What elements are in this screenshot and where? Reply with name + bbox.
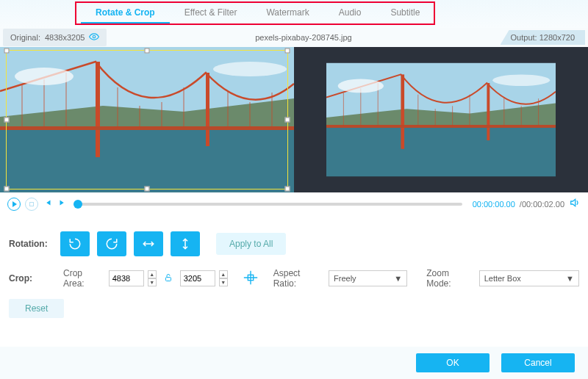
time-current: 00:00:00.00 xyxy=(473,200,515,209)
ok-button[interactable]: OK xyxy=(416,353,490,372)
crop-width-up[interactable]: ▲ xyxy=(148,270,157,278)
aspect-ratio-select[interactable]: Freely ▼ xyxy=(329,270,407,286)
crop-rectangle[interactable] xyxy=(6,50,288,190)
svg-rect-35 xyxy=(165,277,171,281)
crop-width-input[interactable] xyxy=(109,270,144,286)
prev-frame-button[interactable] xyxy=(43,198,53,210)
timeline-controls: 00:00:00.00 /00:00:02.00 xyxy=(0,192,588,215)
header-bar: Original: 4838x3205 pexels-pixabay-20874… xyxy=(0,28,588,47)
zoom-mode-label: Zoom Mode: xyxy=(426,268,474,289)
chevron-down-icon: ▼ xyxy=(394,274,402,283)
crop-handle-sw[interactable] xyxy=(4,187,10,192)
crop-height-input[interactable] xyxy=(180,270,215,286)
flip-vertical-button[interactable] xyxy=(171,231,200,256)
svg-point-34 xyxy=(492,74,550,86)
eye-icon[interactable] xyxy=(89,32,99,43)
crop-height-up[interactable]: ▲ xyxy=(219,270,228,278)
original-label: Original: xyxy=(10,33,40,42)
crop-handle-s[interactable] xyxy=(145,187,150,192)
rotate-right-button[interactable] xyxy=(97,231,126,256)
time-duration: /00:00:02.00 xyxy=(520,200,564,209)
volume-icon[interactable] xyxy=(569,197,581,211)
crop-label: Crop: xyxy=(9,273,59,284)
crop-row: Crop: Crop Area: ▲▼ ▲▼ Aspect Ratio: Fre… xyxy=(0,265,588,292)
output-dims: 1280x720 xyxy=(539,33,575,42)
rotation-row: Rotation: Apply to All xyxy=(0,227,588,261)
original-dimensions-pill: Original: 4838x3205 xyxy=(3,29,107,46)
footer-bar: OK Cancel xyxy=(0,347,588,379)
crop-handle-n[interactable] xyxy=(145,48,150,53)
crop-handle-se[interactable] xyxy=(285,187,290,192)
crop-handle-nw[interactable] xyxy=(4,48,10,53)
timeline-thumb[interactable] xyxy=(74,200,82,209)
rotation-label: Rotation: xyxy=(9,239,60,249)
crop-handle-e[interactable] xyxy=(285,118,290,123)
tab-audio[interactable]: Audio xyxy=(324,4,376,24)
tab-rotate-crop[interactable]: Rotate & Crop xyxy=(81,4,170,24)
zoom-mode-value: Letter Box xyxy=(484,274,521,283)
crop-height-down[interactable]: ▼ xyxy=(219,278,228,286)
zoom-mode-select[interactable]: Letter Box ▼ xyxy=(479,270,579,286)
next-frame-button[interactable] xyxy=(57,198,68,210)
output-dimensions-pill: Output: 1280x720 xyxy=(501,30,585,45)
flip-horizontal-button[interactable] xyxy=(134,231,163,256)
aspect-ratio-label: Aspect Ratio: xyxy=(273,268,324,289)
tab-bar: Rotate & Crop Effect & Filter Watermark … xyxy=(0,0,588,24)
svg-rect-19 xyxy=(326,120,556,176)
output-preview xyxy=(294,47,588,192)
rotate-left-button[interactable] xyxy=(60,231,90,256)
output-label: Output: xyxy=(511,33,537,42)
tab-subtitle[interactable]: Subtitle xyxy=(376,4,434,24)
svg-point-33 xyxy=(338,79,384,93)
chevron-down-icon: ▼ xyxy=(566,274,574,283)
svg-rect-20 xyxy=(401,74,404,148)
crop-handle-ne[interactable] xyxy=(285,48,290,53)
tab-effect-filter[interactable]: Effect & Filter xyxy=(170,4,252,24)
play-button[interactable] xyxy=(7,198,21,211)
original-preview[interactable] xyxy=(0,47,294,192)
svg-point-0 xyxy=(93,35,96,38)
reset-button[interactable]: Reset xyxy=(9,299,64,318)
aspect-ratio-value: Freely xyxy=(334,274,356,283)
cancel-button[interactable]: Cancel xyxy=(501,353,575,372)
crop-handle-w[interactable] xyxy=(4,118,10,123)
lock-aspect-icon[interactable] xyxy=(164,272,173,285)
center-crop-icon[interactable] xyxy=(243,270,259,288)
filename-label: pexels-pixabay-208745.jpg xyxy=(107,33,500,42)
stop-button[interactable] xyxy=(25,198,38,211)
timeline-slider[interactable] xyxy=(78,203,462,206)
crop-area-label: Crop Area: xyxy=(63,268,104,289)
crop-width-down[interactable]: ▼ xyxy=(148,278,157,286)
tab-watermark[interactable]: Watermark xyxy=(251,4,323,24)
svg-rect-21 xyxy=(487,83,490,140)
apply-to-all-button[interactable]: Apply to All xyxy=(216,233,286,255)
original-dims: 4838x3205 xyxy=(45,33,85,42)
svg-rect-22 xyxy=(326,125,556,128)
